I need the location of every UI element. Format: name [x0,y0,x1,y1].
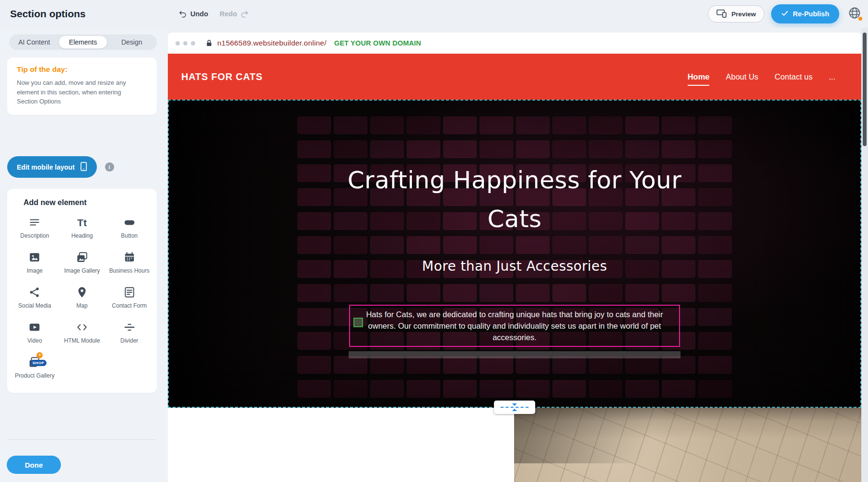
undo-label: Undo [190,10,208,18]
get-domain-link[interactable]: GET YOUR OWN DOMAIN [334,39,422,47]
hero-brick [480,380,513,398]
element-tile-contact-form[interactable]: Contact Form [106,285,153,310]
hero-brick [516,236,550,254]
element-drag-handle[interactable] [353,318,363,327]
nav-contact-us[interactable]: Contact us [774,72,812,81]
element-tile-heading[interactable]: Tt Heading [59,215,106,241]
element-tile-html-module[interactable]: HTML Module [59,320,106,345]
business-hours-icon [123,251,136,264]
nav-about-us[interactable]: About Us [726,72,758,81]
element-tile-button[interactable]: Button [106,215,153,241]
hero-brick [370,284,404,302]
add-new-element-card: Add new element Description Tt Heading [7,189,157,393]
republish-button[interactable]: Re-Publish [771,4,839,23]
page-title: Section options [10,8,86,20]
hero-brick [625,380,659,398]
image-gallery-icon [76,251,88,264]
hero-brick [297,356,331,374]
divider-icon [123,321,136,334]
hero-brick [407,356,440,374]
hero-brick [334,116,367,134]
nav-home[interactable]: Home [688,72,710,81]
undo-button[interactable]: Undo [178,10,208,18]
html-module-icon [76,321,88,334]
sidebar-divider [8,439,156,440]
hero-brick [589,140,622,158]
element-tile-social-media[interactable]: Social Media [11,285,59,310]
hero-brick [407,236,440,254]
section-resize-handle[interactable] [494,401,535,414]
hero-brick [407,284,440,302]
element-tile-map[interactable]: Map [59,285,106,310]
tab-elements[interactable]: Elements [59,35,108,49]
site-url[interactable]: n1566589.websitebuilder.online/ [217,39,327,47]
language-globe-button[interactable] [846,5,863,23]
hero-brick [297,236,331,254]
notification-dot [858,17,862,21]
add-new-element-title: Add new element [23,198,153,207]
hero-brick [698,356,732,374]
social-media-icon [28,286,41,299]
hero-brick [297,116,331,134]
element-tile-product-gallery[interactable]: + SHOP Product Gallery [11,355,59,380]
hero-subtitle[interactable]: More than Just Accessories [169,258,860,274]
window-dots-icon [176,41,195,46]
hero-section-selected[interactable]: Crafting Happiness for Your Cats More th… [168,100,861,408]
tip-title: Tip of the day: [17,65,142,74]
hero-title[interactable]: Crafting Happiness for Your Cats [332,161,697,239]
scrollbar-thumb[interactable] [863,33,867,146]
hero-brick [516,380,550,398]
hero-brick [698,380,732,398]
hero-brick [443,236,477,254]
element-tile-business-hours[interactable]: Business Hours [106,250,153,275]
next-section[interactable] [168,408,861,482]
tab-ai-content[interactable]: AI Content [10,35,59,49]
edit-mobile-layout-button[interactable]: Edit mobile layout [7,156,97,178]
element-tile-divider[interactable]: Divider [106,320,153,345]
site-header: HATS FOR CATS Home About Us Contact us .… [168,54,861,100]
hero-brick [516,116,550,134]
hero-brick [480,356,513,374]
hero-brick [662,284,695,302]
done-button[interactable]: Done [7,456,61,474]
redo-button[interactable]: Redo [220,10,249,18]
hero-brick [698,188,732,206]
hero-brick [334,236,367,254]
preview-button[interactable]: Preview [708,5,764,23]
hero-brick [334,356,367,374]
edit-mobile-label: Edit mobile layout [17,163,75,171]
hero-brick [334,284,367,302]
hero-brick [297,308,331,326]
app-root: Section options Undo Redo Preview [0,0,868,482]
hero-brick [589,356,622,374]
hero-brick [516,284,550,302]
element-tile-description[interactable]: Description [11,215,59,241]
page-scrollbar [861,28,868,482]
element-tile-image-gallery[interactable]: Image Gallery [59,250,106,275]
site-logo[interactable]: HATS FOR CATS [181,71,263,82]
info-icon[interactable]: i [105,162,114,172]
undo-icon [178,10,187,18]
hero-brick [662,356,695,374]
hero-brick [443,284,477,302]
nav-more[interactable]: ... [829,72,835,81]
hero-brick [698,140,732,158]
upgrade-badge: + [36,352,43,358]
devices-icon [716,9,727,19]
tab-design[interactable]: Design [107,35,156,49]
hero-brick [625,140,659,158]
redo-label: Redo [220,10,237,18]
check-icon [781,10,788,18]
map-icon [76,286,88,299]
hero-brick [443,356,477,374]
hero-paragraph-selected[interactable]: Hats for Cats, we are dedicated to craft… [349,305,680,347]
element-tile-image[interactable]: Image [11,250,59,275]
hero-brick [589,236,622,254]
hero-brick [334,380,367,398]
paving-photo [514,408,861,482]
hero-background [169,101,860,407]
dashed-line [501,407,528,408]
element-tile-video[interactable]: Video [11,320,59,345]
hero-brick [589,284,622,302]
hero-brick [443,140,477,158]
